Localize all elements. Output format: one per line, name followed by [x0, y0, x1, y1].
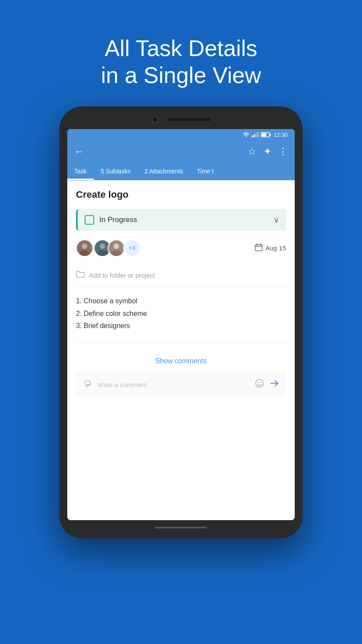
avatar-3-img	[109, 239, 124, 257]
phone-camera	[151, 116, 158, 123]
task-title: Create logo	[76, 189, 286, 200]
hero-line2: in a Single View	[101, 63, 261, 88]
task-item-1: 1. Choose a symbol	[76, 295, 286, 308]
send-button[interactable]	[270, 378, 279, 391]
content-area: Create logo In Progress ∨	[67, 180, 295, 405]
header-actions: ☆ ✦ ⋮	[248, 146, 288, 157]
back-button[interactable]: ←	[74, 146, 84, 157]
hero-section: All Task Details in a Single View	[0, 0, 362, 106]
emoji-icon[interactable]	[255, 378, 264, 391]
phone-speaker	[167, 118, 211, 121]
phone-container: 12:30 ← ☆ ✦ ⋮ Task 5 Subtasks	[0, 106, 362, 538]
status-time: 12:30	[273, 132, 288, 138]
wifi-icon	[243, 132, 250, 137]
task-item-2: 2. Define color scheme	[76, 308, 286, 320]
svg-rect-2	[256, 133, 257, 137]
calendar-icon	[255, 243, 263, 253]
phone-screen: 12:30 ← ☆ ✦ ⋮ Task 5 Subtasks	[67, 129, 295, 520]
signal-icon	[252, 132, 259, 137]
svg-point-22	[258, 382, 259, 383]
tab-subtasks[interactable]: 5 Subtasks	[94, 163, 138, 180]
status-bar: 12:30	[67, 129, 295, 141]
more-button[interactable]: ⋮	[278, 146, 288, 157]
tab-attachments[interactable]: 2 Attachments	[138, 163, 190, 180]
comment-input[interactable]: Write a comment	[98, 381, 250, 388]
phone-bottom-bar	[67, 524, 295, 531]
folder-row[interactable]: Add to folder or project	[76, 265, 286, 286]
tab-task[interactable]: Task	[67, 163, 94, 180]
star-button[interactable]: ☆	[248, 146, 257, 157]
phone-top-bar	[67, 114, 295, 125]
svg-rect-6	[262, 133, 267, 136]
folder-placeholder: Add to folder or project	[89, 272, 155, 279]
chevron-down-icon: ∨	[273, 215, 279, 225]
due-date-label: Aug 15	[265, 244, 286, 252]
folder-icon	[76, 271, 85, 280]
tabs-bar: Task 5 Subtasks 2 Attachments Time t	[67, 163, 295, 180]
avatar-more[interactable]: +3	[123, 239, 141, 257]
pin-button[interactable]: ✦	[263, 146, 271, 157]
svg-point-11	[100, 243, 105, 249]
svg-rect-1	[254, 134, 255, 137]
svg-rect-0	[252, 136, 253, 137]
svg-point-14	[114, 243, 119, 249]
status-icon	[85, 215, 94, 225]
status-dropdown[interactable]: In Progress ∨	[76, 209, 286, 231]
status-left: In Progress	[85, 215, 137, 225]
phone-outer: 12:30 ← ☆ ✦ ⋮ Task 5 Subtasks	[59, 106, 303, 538]
tab-time[interactable]: Time t	[190, 163, 220, 180]
svg-rect-16	[255, 245, 262, 251]
due-date: Aug 15	[255, 243, 286, 253]
assignees-expand-icon: ›	[90, 244, 92, 252]
app-header: ← ☆ ✦ ⋮	[67, 141, 295, 163]
svg-point-21	[256, 379, 263, 387]
comment-input-row: Write a comment	[76, 372, 286, 397]
svg-rect-5	[270, 134, 271, 136]
assignees: ›	[76, 239, 144, 257]
attach-icon[interactable]	[83, 378, 92, 391]
task-item-3: 3. Brief designers	[76, 320, 286, 332]
show-comments-button[interactable]: Show comments	[76, 350, 286, 372]
svg-rect-3	[258, 132, 259, 137]
avatar-3	[108, 239, 125, 257]
battery-icon	[261, 132, 271, 137]
hero-line1: All Task Details	[105, 36, 257, 61]
svg-point-8	[82, 243, 88, 249]
task-list: 1. Choose a symbol 2. Define color schem…	[76, 293, 286, 334]
meta-row: ›	[76, 239, 286, 257]
status-icons: 12:30	[243, 132, 288, 138]
status-label: In Progress	[99, 216, 137, 224]
svg-point-23	[260, 382, 261, 383]
home-indicator	[155, 527, 207, 528]
divider	[76, 343, 286, 343]
